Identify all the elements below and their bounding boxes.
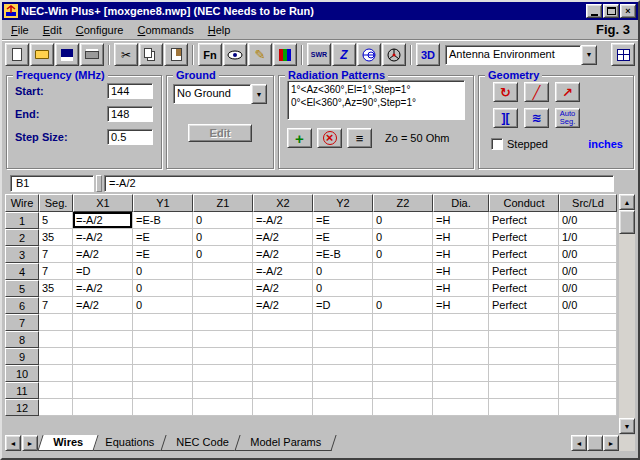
cut-button[interactable]: ✂: [114, 43, 138, 66]
cell-dia-row9[interactable]: [433, 348, 489, 365]
ground-edit-button[interactable]: Edit: [188, 124, 252, 142]
cell-src-ld-row2[interactable]: 1/0: [559, 229, 617, 246]
column-header-y1[interactable]: Y1: [133, 194, 193, 212]
edit-model-button[interactable]: ✎: [248, 43, 272, 66]
cell-dia-row4[interactable]: =H: [433, 263, 489, 280]
cell-y2-row11[interactable]: [313, 382, 373, 399]
cell-seg-row4[interactable]: 7: [39, 263, 73, 280]
cell-conduct-row6[interactable]: Perfect: [489, 297, 559, 314]
row-header-12[interactable]: 12: [5, 399, 39, 416]
taper-segments-button[interactable]: ≋: [524, 108, 549, 128]
row-header-7[interactable]: 7: [5, 314, 39, 331]
cell-z1-row10[interactable]: [193, 365, 253, 382]
add-pattern-button[interactable]: +: [287, 128, 312, 148]
pattern-entry[interactable]: 1°<Az<360°,El=1°,Step=1°: [291, 83, 461, 96]
wire-ends-button[interactable]: ][: [493, 108, 518, 128]
function-button[interactable]: Fn: [198, 43, 222, 66]
cell-z2-row8[interactable]: [373, 331, 433, 348]
cell-seg-row12[interactable]: [39, 399, 73, 416]
row-header-2[interactable]: 2: [5, 229, 39, 246]
row-header-5[interactable]: 5: [5, 280, 39, 297]
cell-y1-row1[interactable]: =E-B: [133, 212, 193, 229]
cell-x1-row8[interactable]: [73, 331, 133, 348]
stepped-checkbox[interactable]: [491, 138, 503, 150]
cell-z1-row2[interactable]: 0: [193, 229, 253, 246]
pattern-view-button[interactable]: [273, 43, 297, 66]
scroll-down-button[interactable]: ▼: [619, 418, 635, 434]
cell-x2-row2[interactable]: =A/2: [253, 229, 313, 246]
formula-bar-splitter[interactable]: [96, 175, 102, 192]
tab-nec-code[interactable]: NEC Code: [160, 435, 244, 451]
row-header-1[interactable]: 1: [5, 212, 39, 229]
cell-z1-row6[interactable]: [193, 297, 253, 314]
cell-seg-row11[interactable]: [39, 382, 73, 399]
column-header-seg[interactable]: Seg.: [39, 194, 73, 212]
cell-src-ld-row6[interactable]: 0/0: [559, 297, 617, 314]
open-file-button[interactable]: [30, 43, 54, 66]
delete-pattern-button[interactable]: ×: [317, 128, 342, 148]
cell-y2-row7[interactable]: [313, 314, 373, 331]
column-header-z2[interactable]: Z2: [373, 194, 433, 212]
cell-x2-row9[interactable]: [253, 348, 313, 365]
tab-model-params[interactable]: Model Params: [235, 435, 337, 451]
tabs-scroll-right-button[interactable]: ►: [22, 435, 38, 451]
start-frequency-input[interactable]: 144: [107, 83, 153, 99]
cell-z1-row11[interactable]: [193, 382, 253, 399]
cell-x2-row10[interactable]: [253, 365, 313, 382]
paste-button[interactable]: [164, 43, 188, 66]
cell-x1-row12[interactable]: [73, 399, 133, 416]
vertical-scroll-thumb[interactable]: [619, 210, 635, 234]
cell-dia-row7[interactable]: [433, 314, 489, 331]
cell-dia-row1[interactable]: =H: [433, 212, 489, 229]
hscroll-right-button[interactable]: ►: [603, 435, 619, 451]
row-header-3[interactable]: 3: [5, 246, 39, 263]
cell-seg-row2[interactable]: 35: [39, 229, 73, 246]
cell-src-ld-row1[interactable]: 0/0: [559, 212, 617, 229]
cell-z1-row7[interactable]: [193, 314, 253, 331]
column-header-y2[interactable]: Y2: [313, 194, 373, 212]
cell-x1-row10[interactable]: [73, 365, 133, 382]
spreadsheet-button[interactable]: [611, 43, 635, 66]
cell-src-ld-row7[interactable]: [559, 314, 617, 331]
cell-y2-row3[interactable]: =E-B: [313, 246, 373, 263]
horizontal-scrollbar[interactable]: ◄ ►: [571, 435, 635, 451]
pattern-list[interactable]: 1°<Az<360°,El=1°,Step=1° 0°<El<360°,Az=9…: [287, 80, 465, 120]
cell-z2-row4[interactable]: [373, 263, 433, 280]
cell-src-ld-row11[interactable]: [559, 382, 617, 399]
cell-conduct-row4[interactable]: Perfect: [489, 263, 559, 280]
cell-y2-row1[interactable]: =E: [313, 212, 373, 229]
move-wire-button[interactable]: ↗: [555, 82, 580, 102]
save-button[interactable]: [55, 43, 79, 66]
cell-y1-row6[interactable]: 0: [133, 297, 193, 314]
cell-z2-row3[interactable]: 0: [373, 246, 433, 263]
row-header-6[interactable]: 6: [5, 297, 39, 314]
ground-select[interactable]: No Ground ▼: [173, 84, 267, 104]
column-header-z1[interactable]: Z1: [193, 194, 253, 212]
cell-z2-row6[interactable]: 0: [373, 297, 433, 314]
tabs-scroll-left-button[interactable]: ◄: [5, 435, 21, 451]
column-header-wire[interactable]: Wire: [5, 194, 39, 212]
cell-conduct-row11[interactable]: [489, 382, 559, 399]
cell-x1-row3[interactable]: =A/2: [73, 246, 133, 263]
cell-seg-row3[interactable]: 7: [39, 246, 73, 263]
cell-conduct-row8[interactable]: [489, 331, 559, 348]
cell-x1-row5[interactable]: =-A/2: [73, 280, 133, 297]
cell-y2-row8[interactable]: [313, 331, 373, 348]
cell-x2-row7[interactable]: [253, 314, 313, 331]
cell-y2-row4[interactable]: 0: [313, 263, 373, 280]
cell-x2-row11[interactable]: [253, 382, 313, 399]
cell-z1-row3[interactable]: 0: [193, 246, 253, 263]
cell-z1-row8[interactable]: [193, 331, 253, 348]
cell-y1-row9[interactable]: [133, 348, 193, 365]
tab-equations[interactable]: Equations: [89, 435, 169, 451]
row-header-10[interactable]: 10: [5, 365, 39, 382]
cell-x2-row6[interactable]: =A/2: [253, 297, 313, 314]
pattern-list-button[interactable]: ≡: [347, 128, 372, 148]
cell-x1-row11[interactable]: [73, 382, 133, 399]
cell-x2-row4[interactable]: =-A/2: [253, 263, 313, 280]
threed-view-button[interactable]: 3D: [416, 43, 440, 66]
cell-dia-row8[interactable]: [433, 331, 489, 348]
cell-x1-row1[interactable]: =-A/2: [73, 212, 133, 229]
menu-item-edit[interactable]: Edit: [36, 22, 69, 38]
maximize-button[interactable]: [603, 4, 619, 18]
